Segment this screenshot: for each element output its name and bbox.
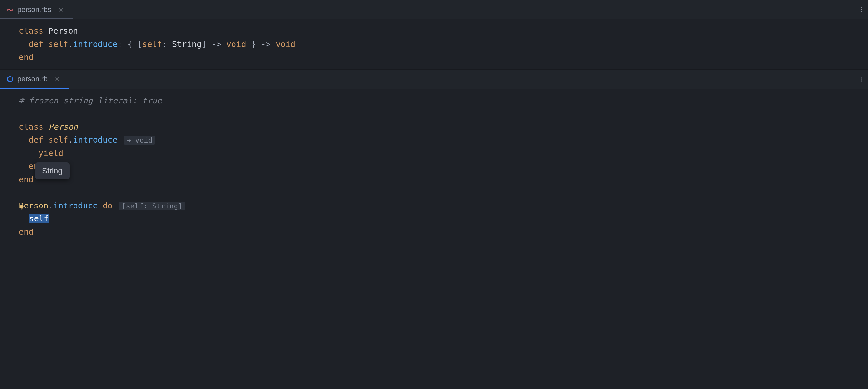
inlay-hint: → void <box>124 136 155 145</box>
inlay-hint: [self: String] <box>119 202 185 211</box>
svg-rect-7 <box>21 209 23 209</box>
token: def <box>29 39 44 49</box>
more-icon[interactable] <box>857 75 866 84</box>
token <box>43 122 48 132</box>
token <box>43 26 48 36</box>
svg-point-2 <box>861 11 862 12</box>
code-area[interactable]: class Person def self.introduce: { [self… <box>0 20 868 70</box>
svg-point-5 <box>861 79 862 79</box>
code-line[interactable]: # frozen_string_literal: true <box>19 94 868 108</box>
code-line[interactable]: class Person <box>19 120 868 134</box>
code-line[interactable]: Person.introduce do [self: String] <box>19 199 868 213</box>
lightbulb-icon[interactable] <box>18 202 25 209</box>
tab-person-rb[interactable]: person.rb <box>2 70 67 89</box>
token: . <box>49 201 54 211</box>
token: String <box>172 39 202 49</box>
token: def <box>29 135 44 145</box>
code-line[interactable]: class Person <box>19 25 868 38</box>
token: end <box>19 227 34 237</box>
token: class <box>19 26 43 36</box>
token: self <box>29 214 49 223</box>
token: : <box>162 39 172 49</box>
ruby-file-icon <box>6 76 13 83</box>
tab-person-rbs[interactable]: person.rbs <box>2 0 71 19</box>
code-line[interactable]: end <box>19 51 868 64</box>
tab-bar: person.rbs <box>0 0 868 20</box>
code-line[interactable]: def self.introduce: { [self: String] -> … <box>19 38 868 51</box>
token: introduce <box>73 39 118 49</box>
svg-point-4 <box>861 77 862 78</box>
tab-label: person.rb <box>18 75 48 83</box>
code-line[interactable] <box>19 107 868 120</box>
token <box>43 135 48 145</box>
close-icon[interactable] <box>54 76 61 82</box>
code-line[interactable]: self <box>19 212 868 226</box>
token: end <box>19 175 34 184</box>
code-line[interactable]: end <box>19 160 868 173</box>
hover-tooltip: String <box>35 162 70 179</box>
token: Person <box>49 122 79 132</box>
token: self <box>49 135 68 145</box>
token: yield <box>38 148 63 158</box>
token: ] -> <box>202 39 226 49</box>
editor-pane-bottom: person.rb # frozen_string_literal: true … <box>0 70 868 244</box>
token: do <box>103 201 113 211</box>
code-line[interactable]: end <box>19 226 868 239</box>
token: class <box>19 122 43 132</box>
token: } -> <box>246 39 276 49</box>
token: self <box>142 39 162 49</box>
more-icon[interactable] <box>857 5 866 14</box>
svg-point-1 <box>861 9 862 10</box>
code-line[interactable]: def self.introduce → void <box>19 134 868 147</box>
token <box>43 39 48 49</box>
token: . <box>68 135 73 145</box>
code-line[interactable]: yield <box>19 147 868 160</box>
tab-bar: person.rb <box>0 70 868 89</box>
token: void <box>276 39 296 49</box>
token <box>98 201 103 211</box>
code-line[interactable]: end <box>19 173 868 186</box>
close-icon[interactable] <box>58 6 64 13</box>
token: end <box>19 53 34 62</box>
token: introduce <box>73 135 118 145</box>
tab-label: person.rbs <box>18 5 51 14</box>
svg-point-0 <box>861 7 862 8</box>
token: # frozen_string_literal: true <box>19 96 162 105</box>
svg-rect-8 <box>21 210 22 210</box>
token: void <box>226 39 246 49</box>
code-line[interactable] <box>19 186 868 199</box>
token: Person <box>49 26 79 36</box>
tab-underline <box>0 19 72 20</box>
token: introduce <box>54 201 98 211</box>
token: self <box>49 39 68 49</box>
ruby-signature-icon <box>6 6 13 13</box>
svg-point-3 <box>7 77 13 82</box>
svg-point-6 <box>861 80 862 81</box>
code-area[interactable]: # frozen_string_literal: true class Pers… <box>0 89 868 244</box>
token: : { [ <box>118 39 142 49</box>
token: . <box>68 39 73 49</box>
editor-pane-top: person.rbs class Person def self.introdu… <box>0 0 868 70</box>
